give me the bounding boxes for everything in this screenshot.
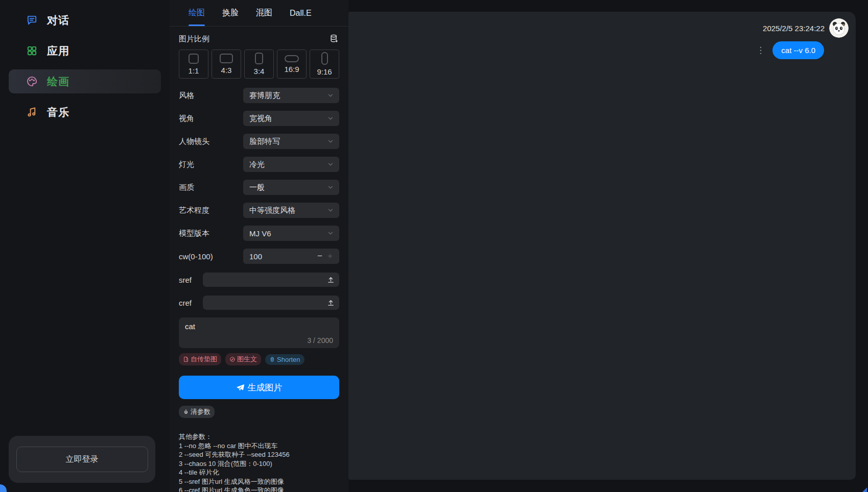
tag-label: Shorten (277, 356, 300, 363)
sidebar-nav: 对话 应用 绘画 (0, 0, 170, 124)
login-button[interactable]: 立即登录 (16, 447, 148, 472)
tab-bar: 绘图 换脸 混图 Dall.E (170, 0, 348, 27)
field-row-model-version: 模型版本 MJ V6 (179, 226, 339, 241)
field-label: 风格 (179, 91, 243, 101)
field-label: cref (179, 299, 203, 307)
upload-icon (327, 299, 335, 307)
draw-settings-panel: 绘图 换脸 混图 Dall.E 图片比例 (170, 0, 348, 492)
ratio-section-header: 图片比例 (179, 33, 339, 45)
tab-face-swap[interactable]: 换脸 (222, 0, 239, 26)
ratio-option-1-1[interactable]: 1:1 (179, 50, 208, 79)
hint-line: 3 --chaos 10 混合(范围：0-100) (179, 459, 339, 469)
field-row-lighting: 灯光 冷光 (179, 157, 339, 172)
chevron-down-icon (327, 230, 334, 237)
select-value: MJ V6 (249, 229, 271, 238)
other-params-hints: 其他参数： 1 --no 忽略 --no car 图中不出现车 2 --seed… (179, 432, 339, 492)
sidebar-item-chat[interactable]: 对话 (9, 8, 161, 32)
field-row-character-shot: 人物镜头 脸部特写 (179, 134, 339, 149)
select-value: 冷光 (249, 160, 265, 169)
floating-button-partial (0, 484, 7, 492)
select-value: 赛博朋克 (249, 91, 280, 101)
char-counter: 3 / 2000 (185, 336, 333, 345)
message-row: ⋮ cat --v 6.0 (348, 41, 856, 59)
sidebar: 对话 应用 绘画 (0, 0, 170, 492)
sidebar-item-label: 应用 (47, 44, 69, 58)
generate-label: 生成图片 (248, 382, 283, 393)
tag-label: 自传垫图 (191, 355, 217, 364)
field-label: cw(0-100) (179, 252, 243, 261)
field-label: 灯光 (179, 160, 243, 169)
tab-draw[interactable]: 绘图 (189, 0, 205, 26)
sref-upload-input[interactable] (203, 273, 339, 287)
style-select[interactable]: 赛博朋克 (243, 88, 339, 103)
ratio-label: 9:16 (317, 67, 332, 76)
chevron-down-icon (327, 184, 334, 191)
palette-icon (26, 76, 38, 88)
ratio-label: 16:9 (284, 65, 299, 73)
field-row-view-angle: 视角 宽视角 (179, 111, 339, 126)
import-params-icon[interactable] (329, 34, 339, 44)
prompt-input[interactable]: cat (185, 322, 333, 334)
field-label: sref (179, 276, 203, 284)
model-version-select[interactable]: MJ V6 (243, 226, 339, 241)
tag-label: 图生文 (237, 355, 257, 364)
send-plane-icon (236, 383, 245, 392)
field-row-style: 风格 赛博朋克 (179, 88, 339, 103)
image-to-text-tag[interactable]: 图生文 (225, 353, 261, 365)
chat-bubble-icon (26, 14, 38, 27)
ratio-label: 1:1 (189, 66, 199, 75)
cw-stepper: 100 − + (243, 249, 339, 264)
field-label: 视角 (179, 114, 243, 124)
ratio-shape-icon (189, 54, 199, 64)
sidebar-item-label: 对话 (47, 13, 69, 28)
comment-edit-icon (229, 356, 236, 362)
art-level-select[interactable]: 中等强度风格 (243, 203, 339, 218)
broom-icon (183, 409, 189, 415)
sidebar-item-label: 音乐 (47, 105, 69, 119)
character-shot-select[interactable]: 脸部特写 (243, 134, 339, 149)
sidebar-item-apps[interactable]: 应用 (9, 39, 161, 63)
ratio-option-4-3[interactable]: 4:3 (212, 50, 241, 79)
field-row-sref: sref (179, 273, 339, 287)
generate-image-button[interactable]: 生成图片 (179, 376, 339, 399)
ratio-option-16-9[interactable]: 16:9 (277, 50, 307, 79)
plus-icon[interactable]: + (325, 251, 335, 261)
cw-value[interactable]: 100 (249, 252, 315, 261)
tab-blend[interactable]: 混图 (256, 0, 272, 26)
clear-params-tag[interactable]: 清参数 (179, 406, 215, 418)
chevron-down-icon (327, 161, 334, 168)
field-row-cref: cref (179, 296, 339, 310)
sidebar-item-draw[interactable]: 绘画 (9, 69, 161, 93)
prompt-box: cat 3 / 2000 (179, 317, 339, 348)
chat-panel: 2025/2/5 23:24:22 (348, 12, 856, 480)
clear-params-row: 清参数 (179, 406, 339, 418)
lighting-select[interactable]: 冷光 (243, 157, 339, 172)
settings-content: 图片比例 1:1 4:3 (170, 27, 348, 492)
quick-action-tags: 自传垫图 图生文 Shorten (179, 353, 339, 365)
app-window: 对话 应用 绘画 (0, 0, 868, 492)
view-angle-select[interactable]: 宽视角 (243, 111, 339, 126)
ratio-option-9-16[interactable]: 9:16 (310, 50, 339, 79)
apps-grid-icon (26, 45, 38, 57)
user-avatar[interactable] (829, 18, 849, 38)
quality-select[interactable]: 一般 (243, 180, 339, 195)
sidebar-item-label: 绘画 (47, 75, 69, 89)
ratio-label: 4:3 (221, 66, 232, 75)
pad-image-tag[interactable]: 自传垫图 (179, 353, 221, 365)
ratio-option-3-4[interactable]: 3:4 (244, 50, 274, 79)
chat-area: 2025/2/5 23:24:22 (348, 0, 868, 492)
select-value: 中等强度风格 (249, 206, 295, 215)
music-note-icon (26, 106, 38, 118)
upload-icon (327, 276, 335, 284)
tab-dalle[interactable]: Dall.E (290, 0, 312, 26)
sidebar-item-music[interactable]: 音乐 (9, 100, 161, 124)
message-menu-icon[interactable]: ⋮ (756, 46, 765, 55)
shorten-tag[interactable]: Shorten (265, 354, 304, 365)
hint-line: 6 --cref 图片url 生成角色一致的图像 (179, 486, 339, 492)
shorten-icon (269, 356, 275, 362)
cref-upload-input[interactable] (203, 296, 339, 310)
ratio-shape-icon (321, 52, 328, 65)
minus-icon[interactable]: − (315, 251, 325, 261)
hint-line: 1 --no 忽略 --no car 图中不出现车 (179, 441, 339, 451)
field-row-quality: 画质 一般 (179, 180, 339, 195)
